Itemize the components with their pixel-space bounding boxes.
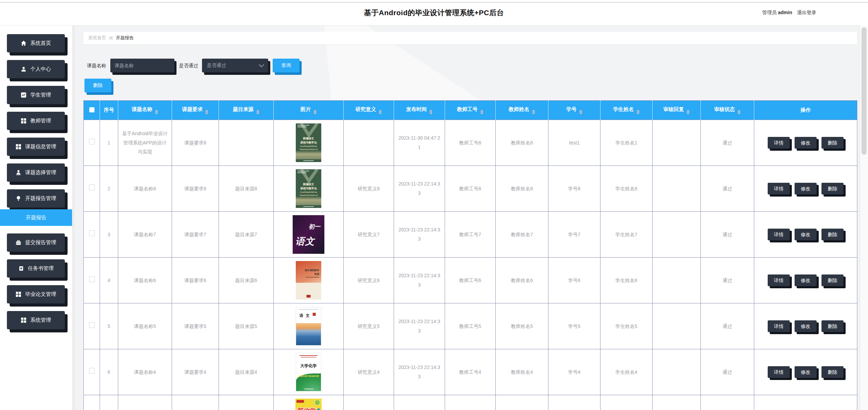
sidebar-item[interactable]: 系统管理 (7, 311, 65, 329)
sort-icon[interactable] (532, 110, 535, 114)
sidebar-item[interactable]: 课题选择管理 (7, 163, 65, 182)
cell-require: 课题要求5 (172, 303, 219, 349)
cell-status: 通过 (701, 120, 754, 166)
sort-icon[interactable] (313, 110, 317, 114)
sidebar-subitem-active[interactable]: 开题报告 (0, 209, 72, 226)
cell-name: 课题名称5 (118, 303, 172, 349)
row-checkbox[interactable] (89, 322, 95, 328)
row-checkbox[interactable] (89, 368, 95, 374)
delete-button[interactable]: 删除 (821, 229, 844, 240)
cell-require: 课题要求3 (172, 395, 219, 410)
delete-button[interactable]: 删除 (821, 320, 844, 332)
delete-button[interactable]: 删除 (821, 137, 844, 149)
detail-button[interactable]: 详情 (768, 229, 790, 240)
cell-meaning: 研究意义3 (344, 395, 394, 410)
detail-button[interactable]: 详情 (768, 320, 790, 332)
delete-button[interactable]: 删除 (821, 183, 844, 194)
topic-name-input[interactable] (110, 59, 174, 72)
sort-icon[interactable] (205, 110, 209, 114)
page-scrollbar[interactable] (860, 25, 868, 410)
column-header-meaning[interactable]: 研究意义 (344, 101, 394, 120)
sort-icon[interactable] (379, 110, 382, 114)
cell-sid: 学号3 (548, 395, 600, 410)
breadcrumb-home[interactable]: 系统首页 (88, 35, 106, 41)
row-checkbox[interactable] (89, 184, 95, 190)
sort-icon[interactable] (155, 110, 158, 114)
column-header-label: 题目来源 (233, 106, 254, 112)
row-checkbox[interactable] (89, 139, 95, 144)
column-header-sname[interactable]: 学生姓名 (600, 101, 653, 120)
main-content: 系统首页 开题报告 课题名称 是否通过 是否通过 查询 删除 序号课题名称课题要… (75, 25, 860, 410)
column-header-tid[interactable]: 教师工号 (445, 101, 496, 120)
cover-title: 语文 (295, 233, 315, 250)
column-header-name[interactable]: 课题名称 (118, 101, 172, 120)
sidebar-item[interactable]: 课题信息管理 (7, 138, 65, 156)
cell-require: 课题要求8 (172, 166, 219, 212)
cover-text (313, 313, 316, 316)
top-divider (0, 2, 868, 3)
detail-button[interactable]: 详情 (768, 183, 790, 194)
sidebar-item[interactable]: 教师管理 (7, 112, 65, 130)
page-scrollbar-thumb[interactable] (861, 27, 867, 155)
cell-reply (653, 349, 701, 395)
report-table: 序号课题名称课题要求题目来源图片研究意义发布时间教师工号教师姓名学号学生姓名审核… (83, 100, 857, 410)
sidebar-item[interactable]: 毕业论文管理 (7, 285, 65, 303)
cell-name: 课题名称4 (118, 349, 172, 395)
edit-button[interactable]: 修改 (795, 183, 817, 194)
sort-icon[interactable] (686, 110, 690, 114)
column-header-sid[interactable]: 学号 (548, 101, 600, 120)
sort-icon[interactable] (636, 110, 640, 114)
column-header-reply[interactable]: 审核回复 (653, 101, 701, 120)
column-header-time[interactable]: 发布时间 (394, 101, 445, 120)
edit-button[interactable]: 修改 (795, 137, 817, 149)
sidebar-item-label: 任务书管理 (28, 265, 54, 272)
row-checkbox[interactable] (89, 276, 95, 282)
search-button[interactable]: 查询 (273, 59, 300, 72)
sort-icon[interactable] (480, 110, 484, 114)
edit-button[interactable]: 修改 (795, 366, 817, 378)
caret-up-icon (480, 110, 484, 112)
cell-time: 2023-11-23 22:14:33 (394, 303, 445, 349)
column-header-source[interactable]: 题目来源 (219, 101, 274, 120)
delete-button[interactable]: 删除 (821, 366, 844, 378)
sidebar-item-label: 课题信息管理 (25, 143, 56, 150)
sidebar-item[interactable]: 系统首页 (7, 34, 65, 52)
cover-text: · · · · · · (296, 368, 321, 372)
book-cover-image: 语 文 (296, 307, 321, 346)
batch-delete-button[interactable]: 删除 (84, 79, 111, 92)
briefcase-icon (16, 240, 21, 246)
caret-up-icon (155, 110, 158, 112)
sidebar-item[interactable]: 学生管理 (7, 86, 65, 104)
detail-button[interactable]: 详情 (768, 137, 790, 149)
column-header-status[interactable]: 审核状态 (701, 101, 754, 120)
cell-index: 5 (100, 303, 118, 349)
logout-link[interactable]: 退出登录 (797, 10, 816, 16)
detail-button[interactable]: 详情 (768, 274, 790, 286)
sort-icon[interactable] (429, 110, 433, 114)
cell-source: 题目来源8 (219, 166, 274, 212)
sort-icon[interactable] (737, 110, 741, 114)
sidebar-item[interactable]: 个人中心 (7, 60, 65, 78)
page-title: 基于Android的毕业设计管理系统+PC后台 (0, 0, 868, 25)
cell-index: 1 (100, 120, 118, 166)
sidebar-item[interactable]: 任务书管理 (7, 259, 65, 278)
pass-select[interactable]: 是否通过 (202, 59, 268, 72)
edit-button[interactable]: 修改 (795, 274, 817, 286)
row-checkbox[interactable] (89, 230, 95, 236)
sidebar-item[interactable]: 提交报告管理 (7, 233, 65, 252)
sort-icon[interactable] (579, 110, 583, 114)
edit-button[interactable]: 修改 (795, 320, 817, 332)
edit-button[interactable]: 修改 (795, 229, 817, 240)
column-header-require[interactable]: 课题要求 (172, 101, 219, 120)
sidebar-item[interactable]: 开题报告管理 (7, 189, 65, 208)
delete-button[interactable]: 删除 (821, 274, 844, 286)
detail-button[interactable]: 详情 (768, 366, 790, 378)
column-header-image[interactable]: 图片 (274, 101, 344, 120)
table-row: 3课题名称7课题要求7题目来源7初一语文研究意义72023-11-23 22:1… (84, 212, 857, 258)
sidebar-scrollbar[interactable] (72, 25, 75, 410)
cover-title: 语文课程教学资源 (305, 269, 319, 276)
sort-icon[interactable] (256, 110, 260, 114)
cell-source (219, 120, 274, 166)
column-header-tname[interactable]: 教师姓名 (496, 101, 548, 120)
select-all-checkbox[interactable] (89, 107, 94, 112)
